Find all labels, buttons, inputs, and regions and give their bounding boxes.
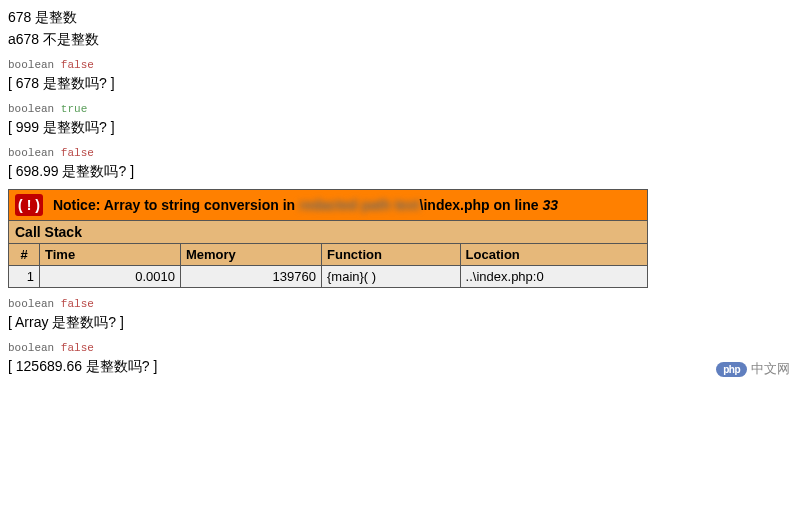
notice-message-suffix: \index.php on line — [420, 197, 543, 213]
notice-message-prefix: Notice: Array to string conversion in — [53, 197, 299, 213]
watermark-badge: php — [716, 362, 747, 377]
question-line: [ Array 是整数吗? ] — [8, 314, 792, 332]
notice-line-number: 33 — [542, 197, 558, 213]
vardump-type: boolean — [8, 342, 54, 354]
table-row: 1 0.0010 139760 {main}( ) ..\index.php:0 — [9, 266, 648, 288]
question-line: [ 999 是整数吗? ] — [8, 119, 792, 137]
col-time-header: Time — [40, 244, 181, 266]
vardump-value: false — [61, 147, 94, 159]
question-line: [ 698.99 是整数吗? ] — [8, 163, 792, 181]
xdebug-notice-header: ( ! ) Notice: Array to string conversion… — [9, 190, 648, 221]
watermark: php 中文网 — [716, 360, 790, 378]
redacted-path: redacted path text — [299, 197, 420, 213]
cell-location: ..\index.php:0 — [460, 266, 647, 288]
col-location-header: Location — [460, 244, 647, 266]
output-line: 678 是整数 — [8, 8, 792, 28]
vardump-value: false — [61, 298, 94, 310]
vardump-line: boolean true — [8, 103, 792, 115]
warning-icon: ( ! ) — [15, 194, 43, 216]
cell-function: {main}( ) — [322, 266, 461, 288]
xdebug-notice-table: ( ! ) Notice: Array to string conversion… — [8, 189, 648, 288]
vardump-line: boolean false — [8, 147, 792, 159]
output-line: a678 不是整数 — [8, 30, 792, 50]
cell-time: 0.0010 — [40, 266, 181, 288]
vardump-line: boolean false — [8, 298, 792, 310]
col-memory-header: Memory — [181, 244, 322, 266]
watermark-site: 中文网 — [751, 360, 790, 378]
vardump-line: boolean false — [8, 59, 792, 71]
question-line: [ 678 是整数吗? ] — [8, 75, 792, 93]
vardump-type: boolean — [8, 298, 54, 310]
vardump-value: false — [61, 342, 94, 354]
vardump-type: boolean — [8, 147, 54, 159]
col-function-header: Function — [322, 244, 461, 266]
vardump-line: boolean false — [8, 342, 792, 354]
question-line: [ 125689.66 是整数吗? ] — [8, 358, 792, 376]
col-num-header: # — [9, 244, 40, 266]
callstack-header: Call Stack — [9, 221, 648, 244]
vardump-type: boolean — [8, 59, 54, 71]
vardump-type: boolean — [8, 103, 54, 115]
vardump-value: false — [61, 59, 94, 71]
cell-num: 1 — [9, 266, 40, 288]
cell-memory: 139760 — [181, 266, 322, 288]
vardump-value: true — [61, 103, 87, 115]
